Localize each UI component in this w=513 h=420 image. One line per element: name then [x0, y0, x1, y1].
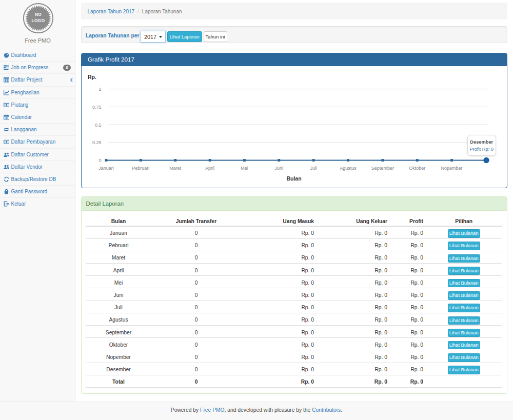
- svg-text:1: 1: [98, 87, 101, 92]
- svg-text:Januari: Januari: [98, 165, 114, 170]
- svg-text:April: April: [205, 165, 214, 170]
- svg-text:Bulan: Bulan: [286, 175, 301, 181]
- svg-text:NO: NO: [34, 12, 41, 17]
- svg-text:Rp.: Rp.: [88, 74, 96, 80]
- svg-text:Oktober: Oktober: [409, 165, 425, 170]
- svg-text:0.25: 0.25: [92, 140, 101, 145]
- svg-text:0.5: 0.5: [94, 122, 101, 127]
- svg-text:Juli: Juli: [310, 165, 317, 170]
- svg-text:Nopember: Nopember: [441, 165, 462, 170]
- svg-text:Agustus: Agustus: [340, 165, 357, 170]
- svg-text:Pebruari: Pebruari: [132, 165, 149, 170]
- svg-text:0.75: 0.75: [92, 104, 101, 109]
- svg-text:Maret: Maret: [169, 165, 182, 170]
- svg-text:September: September: [371, 165, 393, 170]
- svg-text:LOGO: LOGO: [31, 18, 45, 23]
- svg-text:Mei: Mei: [241, 165, 248, 170]
- svg-text:Juni: Juni: [274, 165, 283, 170]
- svg-text:0: 0: [98, 158, 101, 163]
